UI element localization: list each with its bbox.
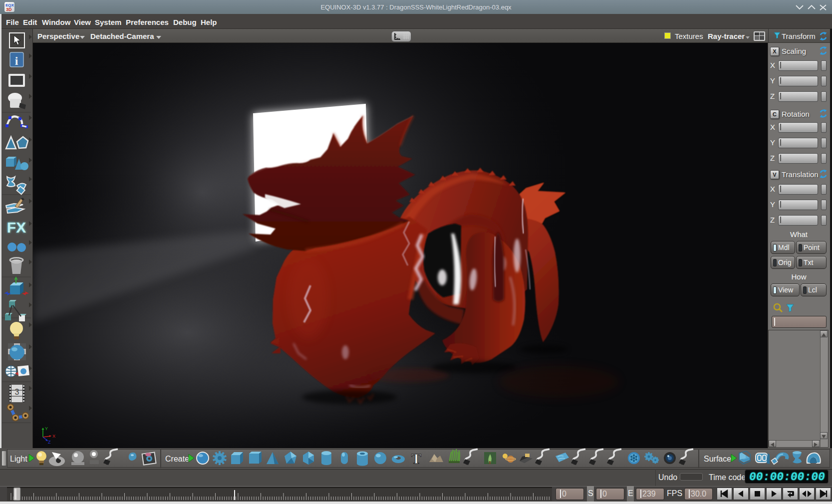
svg-text:3: 3 xyxy=(15,388,19,396)
svg-text:Y: Y xyxy=(45,426,48,431)
svg-text:Surface: Surface xyxy=(704,455,731,463)
svg-text:T: T xyxy=(411,450,421,467)
svg-text:Light: Light xyxy=(10,455,27,463)
svg-text:FX: FX xyxy=(7,219,26,236)
svg-text:Create: Create xyxy=(165,455,189,463)
svg-text:i: i xyxy=(15,54,18,67)
svg-text:X: X xyxy=(52,434,55,439)
svg-text:Z: Z xyxy=(48,440,51,445)
